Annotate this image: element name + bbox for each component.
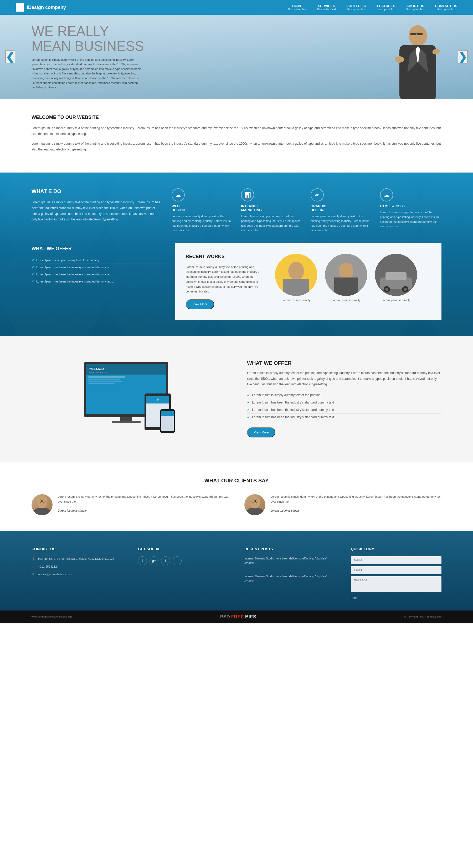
work-label-3: Lorem Ipsum is simply <box>375 299 417 302</box>
footer-form-title: QUICK FORM <box>351 547 441 551</box>
social-icons: 𝕥 g+ f in <box>138 556 229 565</box>
client-name-2: Lorem Ipsum is simply <box>271 509 441 512</box>
client-text-1: Lorem Ipsum is simply dummy text of the … <box>58 494 229 507</box>
footer-phone: +011-25932324 <box>38 564 58 569</box>
web-design-icon: ☁ <box>172 188 185 202</box>
linkedin-icon[interactable]: in <box>173 556 181 565</box>
hero-body-text: Lorem Ipsum is simply dummy text of the … <box>32 58 142 90</box>
form-send-button[interactable]: send <box>351 596 358 600</box>
nav-portfolio[interactable]: PORTFOLIO Description Text <box>346 4 366 11</box>
graphic-design-icon: ✏ <box>311 188 324 202</box>
what-we-do-title: WHAT E DO <box>32 188 161 194</box>
offer-white-item-4: ✔Lorem Ipsum has been the industry's sta… <box>247 414 441 421</box>
svg-rect-17 <box>334 278 358 296</box>
svg-rect-32 <box>88 379 120 380</box>
bottom-url: www.heritagechristianscollege.com <box>32 616 72 618</box>
footer-contact-title: CONTACT US <box>32 547 122 551</box>
offer-left: WHAT WE OFFER ✔Lorem Ipsum is simply dum… <box>32 246 165 320</box>
service-html5-text: Lorem Ipsum is simply dummy text of the … <box>380 210 441 228</box>
offer-white-section: WE REALLY MEAN BUSINESS W <box>0 336 473 462</box>
offer-white-item-3: ✔Lorem Ipsum has been the industry's sta… <box>247 406 441 414</box>
offer-item-2: ✔Lorem Ipsum has been the industry's sta… <box>32 264 165 271</box>
svg-text:MEAN BUSINESS: MEAN BUSINESS <box>89 371 107 373</box>
service-web-design: ☁ WEBDESIGN Lorem Ipsum is simply dummy … <box>172 188 233 232</box>
svg-point-52 <box>251 496 259 504</box>
offer-white-title: WHAT WE OFFER <box>247 360 441 366</box>
recent-works-title: RECENT WORKS <box>186 254 265 259</box>
psd-logo-text: PSD FREE BIES <box>220 614 256 620</box>
footer-form-col: QUICK FORM send <box>351 547 441 600</box>
work-label-2: Lorem Ipsum is simply <box>325 299 367 302</box>
devices-svg: WE REALLY MEAN BUSINESS <box>63 357 195 441</box>
service-gd-title: GRAPHICDESIGN <box>311 204 372 212</box>
client-avatar-2 <box>244 494 265 515</box>
welcome-para2: Lorem Ipsum is simply dummy text of the … <box>32 141 441 152</box>
service-gd-text: Lorem Ipsum is simply dummy text of the … <box>311 214 372 232</box>
offer-item-1: ✔Lorem Ipsum is simply dummy text of the… <box>32 257 165 264</box>
client-card-1: Lorem Ipsum is simply dummy text of the … <box>32 494 229 515</box>
blue-section: WHAT E DO Lorem Ipsum is simply dummy te… <box>0 173 473 336</box>
form-email-input[interactable] <box>351 566 441 574</box>
offer-item-3: ✔Lorem Ipsum has been the industry's sta… <box>32 271 165 278</box>
hero-prev-button[interactable]: ❮ <box>5 50 15 63</box>
nav-home[interactable]: HOME Description Text <box>288 4 307 11</box>
recent-works-container: RECENT WORKS Lorem Ipsum is simply dummy… <box>175 243 441 320</box>
hero-content: WE REALLY MEAN BUSINESS Lorem Ipsum is s… <box>0 24 175 90</box>
service-internet-marketing: 📊 INTERNETMARKETING Lorem Ipsum is simpl… <box>241 188 302 232</box>
what-we-offer-title: WHAT WE OFFER <box>32 246 165 251</box>
work-item-3: Lorem Ipsum is simply <box>375 254 417 302</box>
svg-point-40 <box>157 399 159 401</box>
nav-features[interactable]: FEATURES Description Text <box>377 4 396 11</box>
form-message-input[interactable] <box>351 576 441 592</box>
footer-grid: CONTACT US 📍 Plot No. 55, 3rd Floor Shiv… <box>32 547 441 600</box>
service-html5: ☁ HTML5 & CSS3 Lorem Ipsum is simply dum… <box>380 188 441 232</box>
work-circle-2 <box>325 254 367 296</box>
form-name-input[interactable] <box>351 556 441 564</box>
view-more-button[interactable]: View More <box>186 299 214 309</box>
svg-rect-36 <box>112 421 141 423</box>
what-we-do-text: Lorem Ipsum is simply dummy text of the … <box>32 199 161 222</box>
offer-right: WHAT WE OFFER Lorem Ipsum is simply dumm… <box>247 360 441 437</box>
svg-rect-31 <box>88 376 125 378</box>
work-circle-3 <box>375 254 417 296</box>
svg-rect-35 <box>120 416 132 422</box>
svg-rect-3 <box>410 33 416 35</box>
copyright-text: © Copyright - PSDFreebies.com <box>404 616 441 618</box>
work-circle-1 <box>275 254 317 296</box>
google-plus-icon[interactable]: g+ <box>149 556 159 565</box>
service-graphic-design: ✏ GRAPHICDESIGN Lorem Ipsum is simply du… <box>311 188 372 232</box>
hero-next-button[interactable]: ❯ <box>458 50 468 63</box>
welcome-title: WELCOME TO OUR WEBSITE <box>32 115 441 120</box>
footer-posts-col: RECENT POSTS Internet Dreams Studio have… <box>244 547 335 600</box>
svg-point-9 <box>395 56 404 63</box>
blue-left-col: WHAT E DO Lorem Ipsum is simply dummy te… <box>32 188 161 232</box>
twitter-icon[interactable]: 𝕥 <box>138 556 147 565</box>
blue-offer-grid: WHAT WE OFFER ✔Lorem Ipsum is simply dum… <box>32 246 441 320</box>
post-text-1: Internet Dreams Studio have been deliver… <box>244 556 335 565</box>
svg-rect-34 <box>88 383 114 384</box>
offer-item-4: ✔Lorem Ipsum has been the industry's sta… <box>32 278 165 285</box>
svg-point-46 <box>38 496 46 504</box>
svg-point-24 <box>385 288 388 291</box>
nav-services[interactable]: SERVICES Description Text <box>317 4 336 11</box>
logo-icon: i <box>16 3 24 11</box>
nav-about[interactable]: ABOUT US Description Text <box>406 4 425 11</box>
service-im-text: Lorem Ipsum is simply dummy text of the … <box>241 214 302 232</box>
facebook-icon[interactable]: f <box>161 556 170 565</box>
welcome-section: WELCOME TO OUR WEBSITE Lorem Ipsum is si… <box>0 99 473 173</box>
svg-rect-4 <box>417 33 423 35</box>
footer-social-col: GET SOCIAL 𝕥 g+ f in <box>138 547 229 600</box>
client-name-1: Lorem Ipsum is simply <box>58 509 229 512</box>
client-content-2: Lorem Ipsum is simply dummy text of the … <box>271 494 441 512</box>
svg-point-18 <box>340 263 352 274</box>
footer-email-item: ✉ creative@refreshideas.com <box>32 572 122 577</box>
psd-freebies-logo: PSD FREE BIES <box>220 614 256 620</box>
svg-point-44 <box>32 507 53 515</box>
service-web-text: Lorem Ipsum is simply dummy text of the … <box>172 214 233 232</box>
recent-works-text: Lorem Ipsum is simply dummy text of the … <box>186 265 265 294</box>
nav-contact[interactable]: CONTACT US Description Text <box>435 4 457 11</box>
svg-rect-43 <box>161 411 174 416</box>
offer-white-checklist: ✔Lorem Ipsum is simply dummy text of the… <box>247 392 441 421</box>
footer-email: creative@refreshideas.com <box>37 572 72 577</box>
offer-view-more-button[interactable]: View More <box>247 427 275 437</box>
